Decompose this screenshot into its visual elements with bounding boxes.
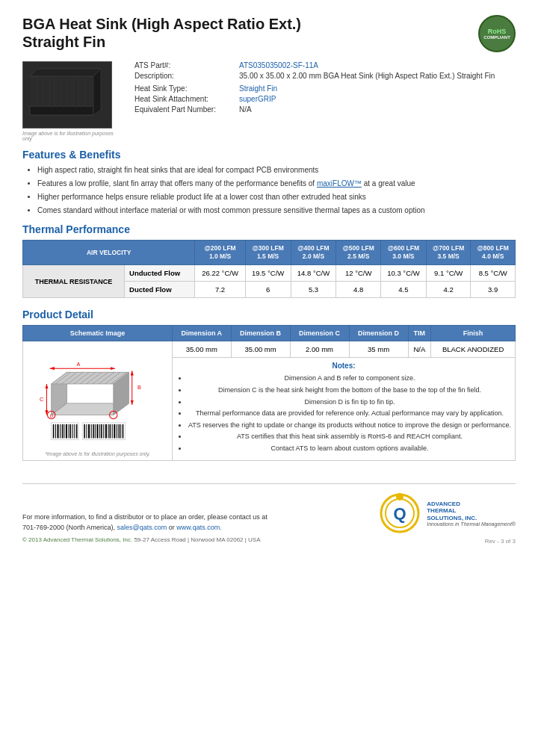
heatsink-image (26, 65, 108, 125)
unducted-600: 10.3 °C/W (380, 265, 426, 282)
col-200lfm: @200 LFM1.0 M/S (195, 241, 245, 265)
description-row: Description: 35.00 x 35.00 x 2.00 mm BGA… (134, 72, 516, 80)
product-image-box (22, 61, 112, 128)
svg-rect-42 (60, 424, 61, 439)
dim-c-value: 2.00 mm (290, 341, 349, 358)
svg-rect-56 (93, 424, 94, 439)
dim-b-header: Dimension B (231, 326, 290, 341)
feature-item-3: Higher performance helps ensure reliable… (37, 192, 516, 202)
note-4: Thermal performance data are provided fo… (188, 409, 512, 418)
tim-value: N/A (408, 341, 431, 358)
svg-text:D: D (49, 413, 53, 418)
svg-rect-66 (114, 424, 115, 439)
svg-rect-43 (61, 424, 63, 439)
thermal-section-title: Thermal Performance (22, 223, 516, 235)
ats-q-svg: Q (380, 493, 421, 534)
detail-table: Schematic Image Dimension A Dimension B … (22, 325, 516, 461)
description-value: 35.00 x 35.00 x 2.00 mm BGA Heat Sink (H… (239, 72, 495, 80)
svg-rect-1 (32, 76, 36, 107)
svg-rect-55 (90, 424, 91, 439)
schematic-caption: *Image above is for illustration purpose… (26, 451, 169, 456)
unducted-400: 14.8 °C/W (291, 265, 336, 282)
attachment-value: superGRIP (239, 95, 276, 103)
image-caption: Image above is for illustration purposes… (22, 131, 120, 141)
note-6: ATS certifies that this heat sink assemb… (188, 432, 512, 441)
product-image-area: Image above is for illustration purposes… (22, 61, 120, 141)
svg-rect-49 (74, 424, 75, 439)
svg-text:Q: Q (394, 504, 406, 523)
title-line2: Straight Fin (22, 33, 301, 51)
unducted-300: 19.5 °C/W (245, 265, 291, 282)
notes-cell: Notes: Dimension A and B refer to compon… (173, 358, 516, 461)
svg-rect-68 (118, 424, 120, 439)
svg-rect-61 (103, 424, 104, 439)
thermal-table: AIR VELOCITY @200 LFM1.0 M/S @300 LFM1.5… (22, 240, 516, 298)
note-5: ATS reserves the right to update or chan… (188, 421, 512, 430)
svg-rect-50 (75, 424, 77, 439)
footer-website[interactable]: www.qats.com. (176, 524, 222, 531)
air-velocity-header: AIR VELOCITY (23, 241, 195, 265)
svg-rect-0 (30, 106, 93, 115)
unducted-700: 9.1 °C/W (426, 265, 471, 282)
svg-rect-9 (80, 72, 84, 107)
page-number: Rev - 3 of 3 (485, 538, 516, 545)
maxiflow-link[interactable]: maxiFLOW™ (317, 179, 362, 188)
ats-text-block: ADVANCED THERMAL SOLUTIONS, INC. Innovat… (427, 501, 516, 527)
features-section-title: Features & Benefits (22, 149, 516, 161)
tim-header: TIM (408, 326, 431, 341)
col-300lfm: @300 LFM1.5 M/S (245, 241, 291, 265)
feature-item-1: High aspect ratio, straight fin heat sin… (37, 165, 516, 176)
ducted-label: Ducted Flow (125, 282, 195, 298)
schematic-cell: A B C D (23, 341, 173, 461)
footer-section: For more information, to find a distribu… (22, 483, 516, 545)
svg-text:A: A (76, 361, 80, 368)
company-name-1: ADVANCED (427, 501, 516, 508)
notes-list: Dimension A and B refer to component siz… (188, 374, 512, 453)
ats-logo: Q ADVANCED THERMAL SOLUTIONS, INC. Innov… (380, 493, 516, 534)
dim-a-value: 35.00 mm (173, 341, 232, 358)
dim-c-header: Dimension C (290, 326, 349, 341)
svg-marker-12 (93, 69, 101, 115)
features-list: High aspect ratio, straight fin heat sin… (37, 165, 516, 216)
schematic-header: Schematic Image (23, 326, 173, 341)
ducted-300: 6 (245, 282, 291, 298)
svg-rect-45 (65, 424, 67, 439)
col-600lfm: @600 LFM3.0 M/S (380, 241, 426, 265)
svg-rect-46 (68, 424, 69, 439)
svg-rect-10 (86, 74, 90, 107)
footer-copyright: © 2013 Advanced Thermal Solutions, Inc. … (22, 536, 268, 545)
svg-rect-67 (116, 424, 117, 439)
col-700lfm: @700 LFM3.5 M/S (426, 241, 471, 265)
feature-item-2: Features a low profile, slant fin array … (37, 179, 516, 189)
footer-address: 59-27 Access Road | Norwood MA 02062 | U… (134, 536, 260, 543)
footer-email[interactable]: sales@qats.com (117, 524, 167, 531)
note-1: Dimension A and B refer to component siz… (188, 374, 512, 383)
ducted-500: 4.8 (336, 282, 381, 298)
title-line1: BGA Heat Sink (High Aspect Ratio Ext.) (22, 15, 301, 33)
notes-title: Notes: (176, 362, 512, 370)
svg-marker-11 (30, 69, 101, 76)
heat-sink-type-row: Heat Sink Type: Straight Fin (134, 84, 516, 93)
svg-rect-59 (99, 424, 100, 439)
svg-rect-57 (94, 424, 95, 439)
rohs-compliant: COMPLIANT (483, 35, 510, 40)
dim-a-header: Dimension A (173, 326, 232, 341)
ducted-200: 7.2 (195, 282, 245, 298)
heat-sink-type-value: Straight Fin (239, 84, 277, 93)
svg-rect-53 (86, 424, 87, 439)
ducted-400: 5.3 (291, 282, 336, 298)
footer-contact: For more information, to find a distribu… (22, 512, 268, 533)
svg-rect-62 (105, 424, 106, 439)
description-label: Description: (134, 72, 239, 80)
product-specs: ATS Part#: ATS035035002-SF-11A Descripti… (134, 61, 516, 141)
equiv-part-row: Equivalent Part Number: N/A (134, 105, 516, 114)
rohs-text: RoHS (488, 28, 507, 35)
svg-text:B: B (137, 384, 140, 391)
company-name-3: SOLUTIONS, INC. (427, 515, 516, 522)
heat-sink-type-label: Heat Sink Type: (134, 84, 239, 93)
attachment-row: Heat Sink Attachment: superGRIP (134, 95, 516, 103)
ducted-700: 4.2 (426, 282, 471, 298)
unducted-label: Unducted Flow (125, 265, 195, 282)
note-7: Contact ATS to learn about custom option… (188, 444, 512, 453)
unducted-500: 12 °C/W (336, 265, 381, 282)
